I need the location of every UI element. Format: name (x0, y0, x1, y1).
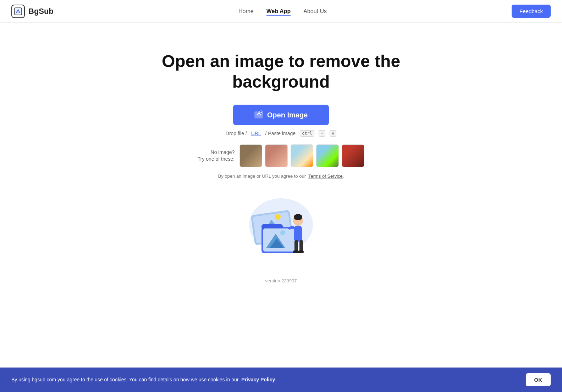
cookie-text: By using bgsub.com you agree to the use … (11, 376, 331, 383)
privacy-policy-link[interactable]: Privacy Policy (241, 377, 275, 382)
nav-home[interactable]: Home (238, 8, 254, 14)
sample-thumbs (239, 144, 364, 167)
open-image-button[interactable]: + Open Image (233, 105, 329, 125)
sample-thumb-1[interactable] (239, 144, 262, 167)
svg-point-18 (280, 230, 285, 235)
nav-aboutus[interactable]: About Us (303, 8, 327, 14)
svg-text:+: + (260, 111, 262, 115)
svg-point-20 (294, 214, 302, 220)
cookie-ok-button[interactable]: OK (526, 373, 551, 386)
sample-thumb-5[interactable] (342, 144, 364, 167)
kbd-v: v (330, 130, 336, 137)
svg-rect-24 (299, 240, 303, 252)
svg-rect-21 (294, 226, 302, 242)
version-text: version:220907 (265, 278, 297, 283)
sample-label: No image? Try one of these: (198, 149, 235, 163)
kbd-ctrl: ctrl (300, 130, 314, 137)
main-content: Open an image to remove the background +… (0, 23, 562, 298)
site-logo[interactable]: BgSub (11, 5, 54, 18)
nav-webapp[interactable]: Web App (266, 8, 291, 16)
illustration (242, 193, 320, 264)
logo-text: BgSub (28, 7, 54, 16)
sample-row: No image? Try one of these: (198, 144, 365, 167)
illustration-svg (242, 193, 320, 264)
kbd-plus: + (319, 130, 325, 137)
svg-rect-26 (298, 250, 304, 253)
nav-links: Home Web App About Us (238, 8, 327, 15)
svg-rect-23 (294, 240, 298, 252)
cookie-banner: By using bgsub.com you agree to the use … (0, 368, 562, 392)
image-upload-icon: + (254, 110, 264, 120)
url-link[interactable]: URL (251, 131, 261, 136)
drop-hint: Drop file / URL / Paste image ctrl + v (226, 130, 336, 137)
tos-note: By open an image or URL you agree to our… (218, 173, 344, 179)
sample-thumb-2[interactable] (265, 144, 288, 167)
svg-rect-14 (261, 224, 283, 229)
sample-thumb-4[interactable] (316, 144, 339, 167)
logo-icon (11, 5, 25, 18)
hero-title: Open an image to remove the background (139, 51, 423, 92)
feedback-button[interactable]: Feedback (512, 5, 551, 18)
sample-thumb-3[interactable] (291, 144, 313, 167)
navbar: BgSub Home Web App About Us Feedback (0, 0, 562, 23)
tos-link[interactable]: Terms of Service (308, 173, 343, 179)
svg-rect-25 (293, 250, 299, 253)
